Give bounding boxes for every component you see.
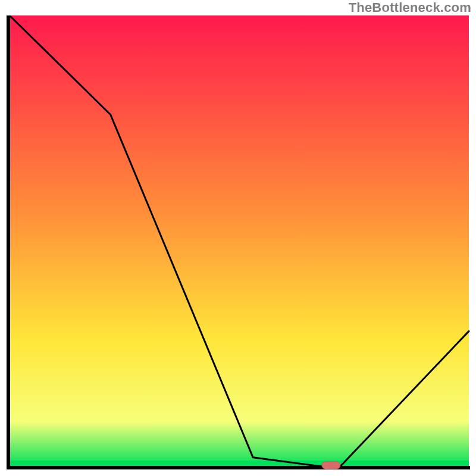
chart-plot	[6, 15, 470, 470]
svg-rect-1	[10, 461, 469, 466]
svg-rect-2	[322, 462, 340, 469]
chart-container: TheBottleneck.com	[0, 0, 476, 476]
chart-svg	[6, 15, 470, 470]
watermark-text: TheBottleneck.com	[349, 0, 471, 15]
